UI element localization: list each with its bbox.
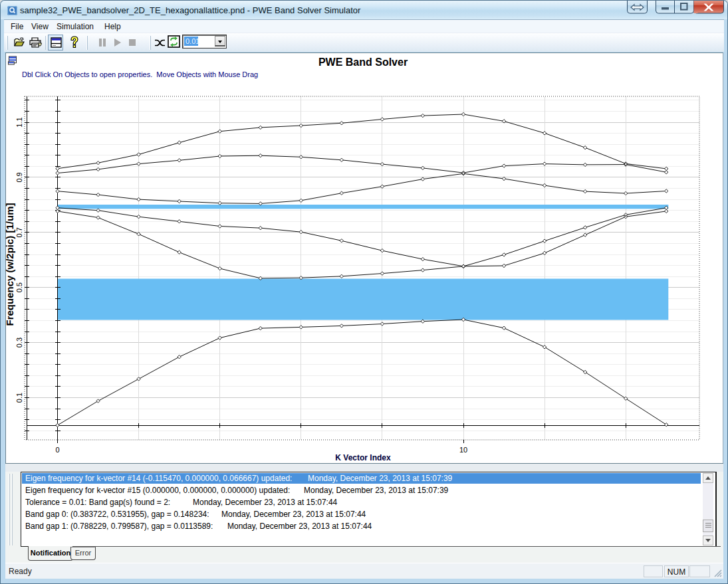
svg-text:1.1: 1.1 (15, 117, 23, 127)
svg-text:10: 10 (459, 446, 467, 454)
svg-text:0.1: 0.1 (15, 393, 23, 403)
svg-text:0.9: 0.9 (15, 172, 23, 182)
svg-text:Frequency (w/2pic) [1/um]: Frequency (w/2pic) [1/um] (4, 203, 15, 326)
svg-text:0.3: 0.3 (15, 338, 23, 347)
svg-text:0: 0 (55, 446, 59, 454)
svg-text:0.7: 0.7 (15, 227, 23, 237)
svg-text:0.5: 0.5 (15, 282, 23, 292)
svg-text:K Vector Index: K Vector Index (335, 453, 391, 462)
